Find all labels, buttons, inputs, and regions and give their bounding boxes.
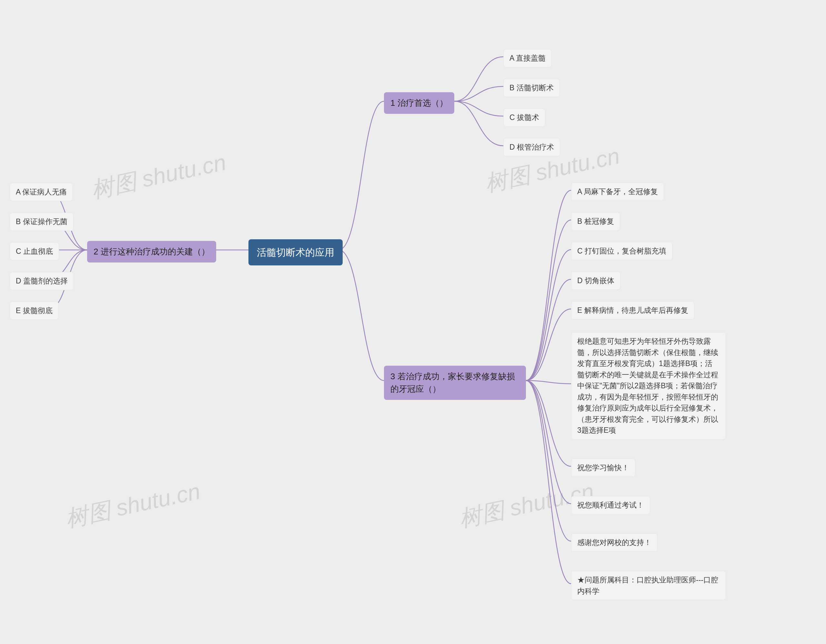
leaf-node[interactable]: C 拔髓术 <box>503 108 545 127</box>
leaf-node[interactable]: 祝您顺利通过考试！ <box>571 496 650 514</box>
watermark: 树图 shutu.cn <box>63 476 203 534</box>
leaf-label: E 解释病情，待患儿成年后再修复 <box>577 306 688 314</box>
leaf-node[interactable]: B 活髓切断术 <box>503 79 560 97</box>
leaf-label: ★问题所属科目：口腔执业助理医师---口腔内科学 <box>577 576 718 595</box>
leaf-label: 感谢您对网校的支持！ <box>577 538 651 546</box>
leaf-node[interactable]: E 拔髓彻底 <box>10 302 59 320</box>
leaf-node[interactable]: C 止血彻底 <box>10 242 59 260</box>
leaf-label: D 盖髓剂的选择 <box>16 277 68 285</box>
leaf-node[interactable]: D 盖髓剂的选择 <box>10 272 74 290</box>
leaf-label: A 保证病人无痛 <box>16 188 67 196</box>
leaf-label: B 保证操作无菌 <box>16 217 67 226</box>
leaf-label: B 活髓切断术 <box>509 84 554 92</box>
leaf-label: C 止血彻底 <box>16 247 53 255</box>
leaf-label: 根绝题意可知患牙为年轻恒牙外伤导致露髓，所以选择活髓切断术（保住根髓，继续发育直… <box>577 337 718 434</box>
leaf-node[interactable]: E 解释病情，待患儿成年后再修复 <box>571 301 694 320</box>
leaf-label: A 直接盖髓 <box>509 54 546 62</box>
leaf-node[interactable]: B 保证操作无菌 <box>10 212 74 231</box>
leaf-node[interactable]: D 切角嵌体 <box>571 271 621 290</box>
mindmap-canvas: 树图 shutu.cn 树图 shutu.cn 树图 shutu.cn 树图 s… <box>0 0 826 644</box>
leaf-node[interactable]: A 保证病人无痛 <box>10 183 73 201</box>
leaf-node-subject[interactable]: ★问题所属科目：口腔执业助理医师---口腔内科学 <box>571 571 726 600</box>
leaf-label: E 拔髓彻底 <box>16 307 53 315</box>
branch-node-2[interactable]: 2 进行这种治疗成功的关建（） <box>87 241 216 263</box>
leaf-label: C 打钉固位，复合树脂充填 <box>577 247 666 255</box>
leaf-node[interactable]: 感谢您对网校的支持！ <box>571 533 658 552</box>
leaf-label: A 局麻下备牙，全冠修复 <box>577 187 658 196</box>
leaf-label: C 拔髓术 <box>509 113 539 122</box>
leaf-node[interactable]: C 打钉固位，复合树脂充填 <box>571 242 672 260</box>
leaf-node[interactable]: A 局麻下备牙，全冠修复 <box>571 183 664 201</box>
branch-2-label: 2 进行这种治疗成功的关建（） <box>93 247 210 256</box>
leaf-node[interactable]: D 根管治疗术 <box>503 138 560 156</box>
leaf-label: D 切角嵌体 <box>577 276 614 285</box>
leaf-node[interactable]: 祝您学习愉快！ <box>571 458 635 477</box>
leaf-label: D 根管治疗术 <box>509 143 554 151</box>
branch-1-label: 1 治疗首选（） <box>390 98 448 108</box>
leaf-node-explanation[interactable]: 根绝题意可知患牙为年轻恒牙外伤导致露髓，所以选择活髓切断术（保住根髓，继续发育直… <box>571 332 726 440</box>
root-label: 活髓切断术的应用 <box>257 247 334 258</box>
leaf-node[interactable]: B 桩冠修复 <box>571 212 620 231</box>
branch-node-1[interactable]: 1 治疗首选（） <box>384 92 454 114</box>
leaf-label: 祝您学习愉快！ <box>577 463 629 472</box>
leaf-label: B 桩冠修复 <box>577 217 614 225</box>
leaf-node[interactable]: A 直接盖髓 <box>503 49 552 67</box>
watermark: 树图 shutu.cn <box>89 147 229 206</box>
root-node[interactable]: 活髓切断术的应用 <box>248 239 343 265</box>
branch-3-label: 3 若治疗成功，家长要求修复缺损的牙冠应（） <box>390 372 515 394</box>
branch-node-3[interactable]: 3 若治疗成功，家长要求修复缺损的牙冠应（） <box>384 366 526 400</box>
leaf-label: 祝您顺利通过考试！ <box>577 501 644 509</box>
